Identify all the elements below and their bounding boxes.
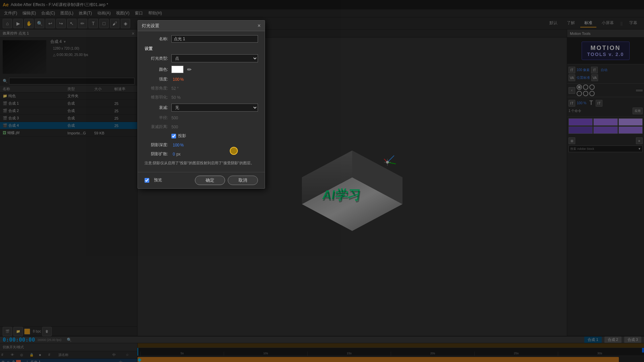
shadow-text: 投影 — [178, 133, 186, 139]
shadow-row: 投影 — [145, 133, 258, 139]
dialog-footer: 预览 确定 取消 — [138, 172, 265, 188]
cancel-button[interactable]: 取消 — [228, 176, 258, 185]
intensity-label: 强度: — [145, 76, 171, 82]
cone-feather-row: 锥形羽化: 50 % — [145, 95, 258, 100]
light-settings-dialog: 灯光设置 × 名称: 设置 灯光类型: 点 聚光 平行 环境 — [138, 20, 265, 189]
intensity-value[interactable]: 100 — [173, 77, 179, 82]
dialog-body: 名称: 设置 灯光类型: 点 聚光 平行 环境 颜色: ✏ — [138, 31, 265, 172]
dialog-name-row: 名称: — [145, 35, 258, 43]
radius-label: 半径: — [145, 115, 171, 121]
intensity-unit: % — [180, 77, 184, 82]
light-type-label: 灯光类型: — [145, 56, 171, 61]
dialog-close-btn[interactable]: × — [258, 23, 261, 29]
falloff-row: 衰减: 无 平滑 反向平方限定 — [145, 104, 258, 112]
shadow-spread-row: 阴影扩散: 0 px — [145, 151, 258, 157]
preview-label: 预览 — [154, 177, 162, 183]
falloff-label: 衰减: — [145, 105, 171, 111]
confirm-button[interactable]: 确定 — [195, 176, 225, 185]
shadow-depth-unit: % — [180, 143, 184, 147]
shadow-spread-value[interactable]: 0 — [173, 152, 175, 157]
intensity-row: 强度: 100 % — [145, 76, 258, 82]
preview-checkbox[interactable] — [145, 178, 149, 183]
shadow-depth-value[interactable]: 100 — [173, 143, 179, 147]
light-name-input[interactable] — [171, 35, 258, 43]
light-type-select[interactable]: 点 聚光 平行 环境 — [171, 54, 258, 62]
radius-value: 500 — [171, 116, 178, 120]
falloff-distance-row: 衰减距离: 500 — [145, 124, 258, 130]
shadow-spread-label: 阴影扩散: — [145, 151, 171, 157]
cone-angle-row: 锥形角度: 52 ° — [145, 85, 258, 91]
falloff-select[interactable]: 无 平滑 反向平方限定 — [171, 104, 258, 112]
shadow-depth-label: 阴影深度: — [145, 142, 171, 148]
name-label: 名称: — [145, 36, 171, 42]
cone-angle-label: 锥形角度: — [145, 85, 171, 91]
radius-row: 半径: 500 — [145, 115, 258, 121]
color-label: 颜色: — [145, 67, 171, 72]
falloff-dist-value: 500 — [171, 125, 178, 129]
cone-feather-label: 锥形羽化: — [145, 95, 171, 100]
dialog-overlay: 灯光设置 × 名称: 设置 灯光类型: 点 聚光 平行 环境 — [0, 0, 644, 362]
color-row: 颜色: ✏ — [145, 66, 258, 73]
cone-angle-value: 52 ° — [171, 86, 178, 91]
cone-feather-value: 50 % — [171, 95, 180, 100]
shadow-spread-unit: px — [176, 152, 181, 157]
settings-section: 设置 — [145, 46, 258, 52]
shadow-depth-row: 阴影深度: 100 % — [145, 142, 258, 148]
light-type-row: 灯光类型: 点 聚光 平行 环境 — [145, 54, 258, 62]
dialog-title-bar[interactable]: 灯光设置 × — [138, 20, 265, 31]
dialog-title-text: 灯光设置 — [142, 23, 159, 29]
color-picker-box[interactable] — [171, 66, 183, 73]
eyedropper-btn[interactable]: ✏ — [185, 66, 193, 73]
falloff-dist-label: 衰减距离: — [145, 124, 171, 130]
shadow-checkbox[interactable] — [171, 134, 176, 138]
dialog-note: 注意:阴影仅从启用了"投影"的图层投射到启用了"接受阴影"的图层。 — [145, 160, 258, 166]
